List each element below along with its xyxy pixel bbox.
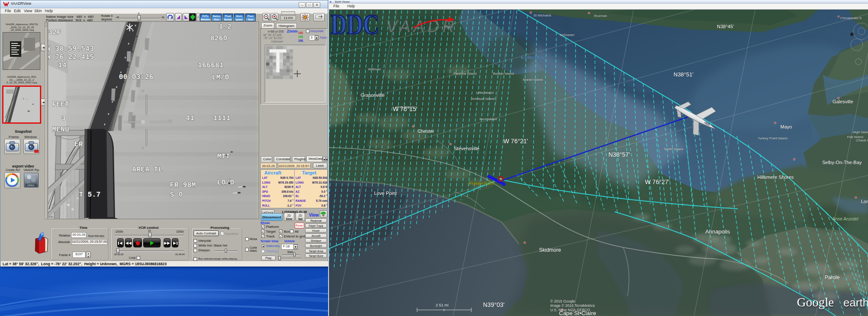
svg-text:Frame 6197: Frame 6197 bbox=[469, 181, 495, 186]
svg-text:Google: Google bbox=[797, 295, 834, 309]
svg-text:N 38 59.543: N 38 59.543 bbox=[48, 45, 94, 53]
svg-text:Galesville: Galesville bbox=[832, 99, 853, 104]
svg-text:478: 478 bbox=[49, 216, 53, 218]
svg-text:Parole: Parole bbox=[825, 274, 840, 280]
svg-text:Eastern Bay: Eastern Bay bbox=[521, 55, 544, 60]
svg-text:High Island: High Island bbox=[853, 130, 868, 134]
svg-text:LM/D: LM/D bbox=[212, 74, 229, 82]
svg-text:Lond: Lond bbox=[861, 199, 868, 204]
svg-text:8260: 8260 bbox=[210, 35, 227, 43]
svg-text:Annapolis: Annapolis bbox=[705, 228, 730, 235]
svg-text:St Michaels: St Michaels bbox=[533, 13, 551, 17]
svg-text:MPEG: MPEG bbox=[27, 184, 34, 187]
svg-text:Little Island: Little Island bbox=[476, 91, 493, 95]
svg-text:Love Point: Love Point bbox=[374, 191, 397, 196]
svg-text:Grasonville: Grasonville bbox=[361, 92, 385, 98]
svg-text:N39°03': N39°03' bbox=[483, 301, 505, 308]
svg-text:1111: 1111 bbox=[213, 115, 230, 122]
svg-text:+ -: + - bbox=[23, 97, 28, 101]
svg-text:Johnson Island: Johnson Island bbox=[471, 97, 495, 101]
svg-text:Image © 2016 TerraMetrics: Image © 2016 TerraMetrics bbox=[550, 303, 595, 308]
svg-text:MENU: MENU bbox=[52, 126, 69, 134]
svg-text:Stevensville: Stevensville bbox=[454, 146, 480, 151]
svg-text:T 5.7: T 5.7 bbox=[79, 191, 101, 199]
svg-text:McDaniel: McDaniel bbox=[560, 33, 575, 37]
svg-text:Wittman: Wittman bbox=[368, 67, 381, 71]
svg-text:Rozman: Rozman bbox=[594, 14, 607, 18]
svg-text:U.S. Navy NGA GEBCO: U.S. Navy NGA GEBCO bbox=[550, 308, 590, 312]
svg-text:166681: 166681 bbox=[198, 62, 224, 69]
svg-text:W 76°27': W 76°27' bbox=[645, 178, 670, 185]
svg-text:Bodkin Island: Bodkin Island bbox=[493, 72, 514, 76]
svg-text:© 2015 Google: © 2015 Google bbox=[550, 299, 575, 303]
svg-text:N38°45': N38°45' bbox=[717, 24, 734, 29]
svg-text:2 51 mi: 2 51 mi bbox=[436, 303, 449, 307]
svg-text:Turkey Point Island: Turkey Point Island bbox=[758, 136, 787, 140]
svg-text:ER: ER bbox=[74, 141, 83, 148]
svg-text:Hog Island: Hog Island bbox=[396, 105, 413, 109]
svg-text:32F: 32F bbox=[48, 29, 61, 36]
svg-text:14: 14 bbox=[58, 62, 67, 69]
svg-text:FR 98M: FR 98M bbox=[170, 181, 196, 189]
svg-text:W 76°21': W 76°21' bbox=[503, 138, 528, 145]
svg-text:Chesapeake B: Chesapeake B bbox=[840, 16, 861, 20]
svg-text:Chester: Chester bbox=[418, 128, 434, 134]
svg-text:1.2: 1.2 bbox=[219, 23, 232, 31]
svg-text:AREA TL: AREA TL bbox=[132, 166, 163, 174]
svg-text:O'Neill Island: O'Neill Island bbox=[856, 138, 868, 142]
svg-text:View: View bbox=[444, 25, 453, 30]
svg-text:FEET: FEET bbox=[52, 101, 69, 109]
svg-text:LO/D: LO/D bbox=[217, 179, 234, 187]
svg-text:N38°51': N38°51' bbox=[674, 71, 694, 78]
svg-text:41: 41 bbox=[186, 115, 194, 122]
svg-text:3: 3 bbox=[62, 115, 66, 122]
svg-text:S 0: S 0 bbox=[170, 191, 183, 199]
svg-text:Parsons Island: Parsons Island bbox=[454, 72, 477, 76]
svg-text:Skidmore: Skidmore bbox=[539, 247, 561, 253]
svg-text:DDC: DDC bbox=[331, 10, 379, 40]
svg-text:Mayo: Mayo bbox=[780, 124, 792, 129]
svg-text:W 76 22.415: W 76 22.415 bbox=[48, 53, 94, 61]
svg-text:Smith Island: Smith Island bbox=[664, 147, 683, 151]
svg-text:Anne Arundel: Anne Arundel bbox=[832, 217, 858, 221]
svg-text:Hillsmere Shores: Hillsmere Shores bbox=[757, 174, 794, 180]
svg-text:MTT: MTT bbox=[217, 153, 230, 161]
svg-text:00:03:26: 00:03:26 bbox=[119, 73, 154, 81]
svg-text:earth: earth bbox=[843, 296, 868, 309]
svg-text:Marsh Island: Marsh Island bbox=[523, 78, 543, 82]
svg-text:Selby-On-The-Bay: Selby-On-The-Bay bbox=[822, 160, 862, 165]
svg-text:N38°57': N38°57' bbox=[608, 151, 630, 158]
svg-text:Kent Island: Kent Island bbox=[480, 117, 497, 121]
